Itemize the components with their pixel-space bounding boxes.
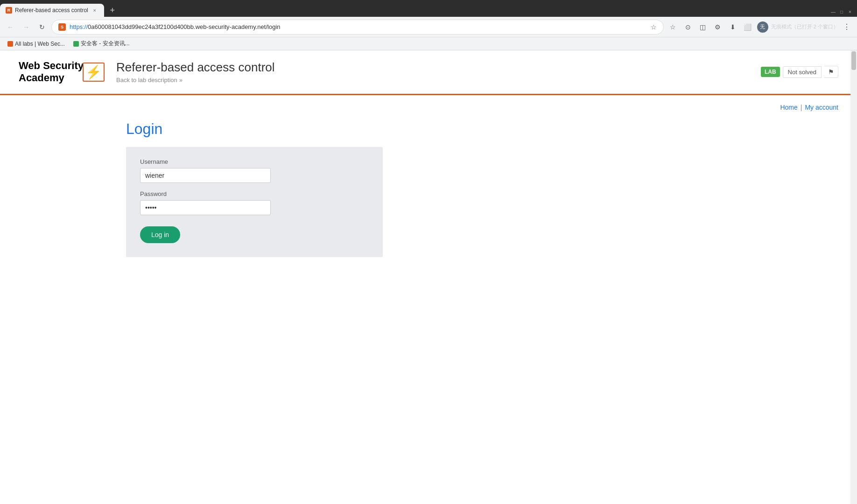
profile-button[interactable]: 无 — [756, 21, 769, 34]
tab-favicon: R — [6, 7, 12, 14]
url-display: https://0a600081043dd99ec24a3f2100d400bb… — [70, 23, 647, 30]
page-nav: Home | My account — [0, 95, 857, 116]
extension-4-icon[interactable]: ⬇ — [726, 21, 739, 34]
login-title: Login — [126, 120, 838, 138]
my-account-link[interactable]: My account — [805, 104, 838, 111]
bookmarks-bar: All labs | Web Sec... 安全客 - 安全资讯... — [0, 37, 857, 50]
navbar: ← → ↻ S https://0a600081043dd99ec24a3f21… — [0, 17, 857, 37]
logo-icon: ⚡ — [85, 61, 102, 83]
profile-mode-label: 无痕模式（已打开 2 个窗口） — [771, 23, 838, 30]
login-button[interactable]: Log in — [140, 226, 180, 243]
logo-text-display: Web Security Academy — [19, 60, 84, 84]
lab-status: LAB Not solved ⚑ — [761, 66, 838, 78]
bookmark-favicon-2 — [73, 41, 79, 47]
username-input[interactable] — [140, 168, 271, 183]
username-label: Username — [140, 158, 369, 165]
bookmark-all-labs[interactable]: All labs | Web Sec... — [5, 40, 68, 48]
solve-lab-button[interactable]: ⚑ — [824, 66, 838, 78]
toolbar-icons: ☆ ⊙ ◫ ⚙ ⬇ ⬜ 无 无痕模式（已打开 2 个窗口） ⋮ — [667, 21, 853, 34]
menu-dots-icon: ⋮ — [843, 22, 850, 31]
browser-menu-button[interactable]: ⋮ — [840, 21, 853, 34]
password-group: Password — [140, 190, 369, 215]
tab-bar: R Referer-based access control × + — □ × — [0, 0, 857, 17]
active-tab[interactable]: R Referer-based access control × — [0, 4, 104, 17]
window-controls: — □ × — [830, 8, 857, 17]
nav-separator: | — [801, 104, 802, 111]
password-label: Password — [140, 190, 369, 197]
security-indicator: S — [58, 23, 66, 31]
extension-5-icon[interactable]: ⬜ — [741, 21, 754, 34]
page-content: Web Security Academy ⚡ Referer-based acc… — [0, 50, 857, 504]
logo-text: Web Security Academy — [19, 60, 84, 84]
login-form: Username Password Log in — [140, 158, 369, 243]
scrollbar-track[interactable] — [850, 50, 857, 504]
not-solved-label: Not solved — [783, 66, 822, 78]
new-tab-button[interactable]: + — [106, 4, 119, 17]
logo-bolt-icon: ⚡ — [83, 63, 105, 82]
back-button[interactable]: ← — [4, 21, 17, 34]
bookmark-favicon-1 — [7, 41, 13, 47]
bookmark-label-2: 安全客 - 安全资讯... — [81, 40, 130, 48]
home-link[interactable]: Home — [780, 104, 797, 111]
extension-3-icon[interactable]: ⚙ — [711, 21, 724, 34]
url-https: https:// — [70, 23, 88, 30]
bookmark-anquan[interactable]: 安全客 - 安全资讯... — [70, 39, 133, 49]
username-group: Username — [140, 158, 369, 183]
forward-button[interactable]: → — [20, 21, 33, 34]
lab-info: Referer-based access control Back to lab… — [116, 60, 275, 84]
back-to-lab-link[interactable]: Back to lab description » — [116, 77, 275, 84]
extension-1-icon[interactable]: ⊙ — [681, 21, 695, 34]
password-input[interactable] — [140, 200, 271, 215]
tab-close-button[interactable]: × — [91, 7, 98, 14]
url-full: 0a600081043dd99ec24a3f2100d400bb.web-sec… — [88, 23, 280, 30]
extension-2-icon[interactable]: ◫ — [696, 21, 709, 34]
scrollbar-thumb[interactable] — [851, 51, 856, 70]
maximize-button[interactable]: □ — [838, 8, 845, 15]
minimize-button[interactable]: — — [830, 8, 836, 15]
lab-badge: LAB — [761, 67, 780, 77]
browser-chrome: R Referer-based access control × + — □ ×… — [0, 0, 857, 50]
profile-avatar: 无 — [757, 21, 768, 33]
bookmark-star[interactable]: ☆ — [651, 23, 657, 31]
lab-header: Web Security Academy ⚡ Referer-based acc… — [0, 50, 857, 95]
address-bar[interactable]: S https://0a600081043dd99ec24a3f2100d400… — [51, 20, 664, 35]
login-form-container: Username Password Log in — [126, 147, 383, 257]
bookmark-label-1: All labs | Web Sec... — [15, 41, 65, 47]
extensions-icon[interactable]: ☆ — [667, 21, 680, 34]
lab-title: Referer-based access control — [116, 60, 275, 75]
window-close-button[interactable]: × — [847, 8, 853, 15]
logo-area: Web Security Academy ⚡ — [19, 60, 102, 84]
reload-button[interactable]: ↻ — [35, 21, 49, 34]
tab-title: Referer-based access control — [15, 7, 88, 14]
main-content: Login Username Password Log in — [0, 116, 857, 276]
